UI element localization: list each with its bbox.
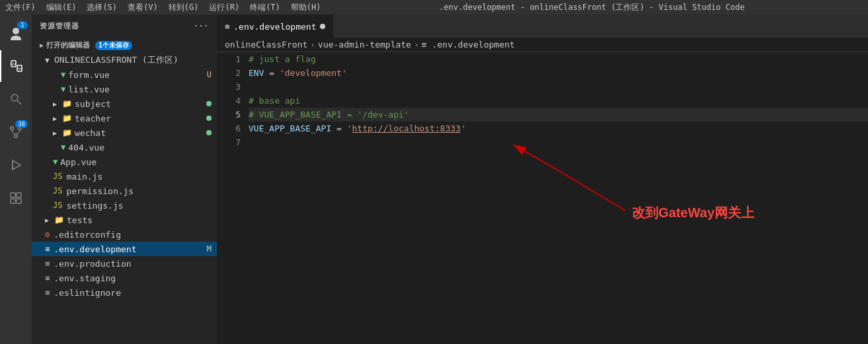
tree-item-eslintignore[interactable]: ≡ .eslintignore	[32, 285, 217, 300]
tree-item-subject[interactable]: ▶ 📁 subject	[32, 96, 217, 111]
code-content[interactable]: # just a flag ENV = 'development' # base…	[249, 52, 868, 344]
folder-icon: 📁	[54, 215, 64, 224]
breadcrumb: onlineClassFront › vue-admin-template › …	[217, 38, 868, 52]
file-label: .env.staging	[54, 273, 116, 283]
git-dot	[206, 130, 212, 135]
tree-item-permission-js[interactable]: JS permission.js	[32, 184, 217, 198]
line2-eq: =	[264, 66, 279, 80]
file-label: .eslintignore	[54, 288, 121, 298]
file-label: .editorconfig	[54, 230, 121, 240]
activity-bar: 1 38	[0, 15, 32, 344]
svg-point-0	[13, 28, 19, 34]
titlebar: 文件(F) 编辑(E) 选择(S) 查看(V) 转到(G) 运行(R) 终端(T…	[0, 0, 868, 15]
line-num-4: 4	[235, 94, 241, 108]
code-editor[interactable]: 1 2 3 4 5 6 7 # just a flag ENV = 'devel…	[217, 52, 868, 344]
tree-item-list-vue[interactable]: ▼ list.vue	[32, 82, 217, 96]
line6-key: VUE_APP_BASE_API	[249, 121, 331, 135]
activity-explorer[interactable]	[0, 50, 32, 82]
file-label: form.vue	[68, 70, 110, 80]
tree-item-env-staging[interactable]: ≡ .env.staging	[32, 271, 217, 285]
env-icon: ≡	[45, 244, 50, 254]
open-editors-label[interactable]: ▶ 打开的编辑器 1个未保存	[32, 38, 217, 53]
js-icon: JS	[53, 201, 62, 210]
source-control-badge: 38	[15, 120, 28, 128]
folder-arrow: ▶	[53, 129, 59, 137]
activity-run[interactable]	[0, 149, 32, 181]
menu-file[interactable]: 文件(F)	[5, 2, 36, 13]
line-num-2: 2	[235, 66, 241, 80]
folder-icon: 📁	[62, 99, 72, 108]
svg-marker-9	[13, 160, 20, 170]
activity-avatar[interactable]: 1	[0, 17, 32, 49]
vue-icon: ▼	[61, 143, 65, 152]
tree-item-app-vue[interactable]: ▼ App.vue	[32, 155, 217, 169]
tree-item-tests[interactable]: ▶ 📁 tests	[32, 213, 217, 227]
tree-item-main-js[interactable]: JS main.js	[32, 169, 217, 184]
code-line-3	[249, 80, 868, 94]
tree-item-env-production[interactable]: ≡ .env.production	[32, 256, 217, 271]
folder-label: wechat	[75, 128, 106, 138]
sidebar-header: 资源管理器 ···	[32, 15, 217, 38]
sidebar-more-icon[interactable]: ···	[194, 22, 209, 30]
code-line-5: # VUE_APP_BASE_API = '/dev-api'	[249, 108, 868, 121]
breadcrumb-part-2[interactable]: vue-admin-template	[318, 40, 411, 50]
breadcrumb-part-3[interactable]: ≡ .env.development	[422, 40, 515, 50]
menu-bar[interactable]: 文件(F) 编辑(E) 选择(S) 查看(V) 转到(G) 运行(R) 终端(T…	[5, 2, 321, 13]
line2-val: 'development'	[280, 66, 347, 80]
code-line-7	[249, 135, 868, 149]
annotation-text: 改到GateWay网关上	[632, 204, 754, 222]
folder-arrow: ▶	[45, 217, 52, 224]
activity-extensions[interactable]	[0, 182, 32, 214]
menu-edit[interactable]: 编辑(E)	[46, 2, 77, 13]
menu-terminal[interactable]: 终端(T)	[250, 2, 280, 13]
menu-view[interactable]: 查看(V)	[128, 2, 158, 13]
menu-select[interactable]: 选择(S)	[87, 2, 117, 13]
folder-label: subject	[75, 99, 111, 109]
menu-run[interactable]: 运行(R)	[209, 2, 239, 13]
url-underline: http://localhost:8333	[352, 123, 461, 133]
file-label: permission.js	[66, 186, 134, 196]
tree-item-env-development[interactable]: ≡ .env.development M	[32, 242, 217, 256]
file-label: 404.vue	[68, 143, 104, 153]
tree-item-wechat[interactable]: ▶ 📁 wechat	[32, 125, 217, 140]
editor-area: ≡ .env.development onlineClassFront › vu…	[217, 15, 868, 344]
menu-goto[interactable]: 转到(G)	[169, 2, 199, 13]
file-tree: ▼ form.vue U ▼ list.vue ▶ 📁 subject ▶ 📁 …	[32, 67, 217, 344]
code-line-2: ENV = 'development'	[249, 66, 868, 80]
workspace-root[interactable]: ▼ ONLINECLASSFRONT (工作区)	[32, 53, 217, 67]
env-icon: ≡	[45, 259, 50, 268]
breadcrumb-sep-2: ›	[414, 40, 419, 50]
tree-item-form-vue[interactable]: ▼ form.vue U	[32, 67, 217, 82]
modified-u-badge: U	[207, 70, 212, 79]
line-num-3: 3	[235, 80, 241, 94]
git-dot	[206, 101, 212, 106]
tree-item-404-vue[interactable]: ▼ 404.vue	[32, 140, 217, 155]
tab-bar: ≡ .env.development	[217, 15, 868, 38]
tab-unsaved-dot	[320, 24, 325, 29]
code-line-4: # base api	[249, 94, 868, 108]
menu-help[interactable]: 帮助(H)	[291, 2, 321, 13]
tab-env-development[interactable]: ≡ .env.development	[217, 15, 333, 38]
vue-icon: ▼	[61, 70, 65, 79]
git-dot	[206, 116, 212, 121]
file-label: list.vue	[68, 85, 110, 94]
tree-item-teacher[interactable]: ▶ 📁 teacher	[32, 111, 217, 125]
activity-source-control[interactable]: 38	[0, 116, 32, 148]
breadcrumb-part-1[interactable]: onlineClassFront	[225, 40, 307, 50]
line-num-5: 5	[235, 108, 241, 121]
main-layout: 1 38	[0, 15, 868, 344]
folder-label: teacher	[75, 114, 111, 123]
tree-item-editorconfig[interactable]: ⚙ .editorconfig	[32, 227, 217, 242]
config-icon: ⚙	[45, 230, 50, 239]
workspace-label: ONLINECLASSFRONT (工作区)	[54, 54, 178, 66]
line-num-1: 1	[235, 52, 241, 66]
line6-val: 'http://localhost:8333'	[347, 121, 466, 135]
file-label: .env.production	[54, 259, 131, 269]
open-editors-text: 打开的编辑器	[46, 40, 90, 50]
tree-item-settings-js[interactable]: JS settings.js	[32, 198, 217, 213]
folder-icon: 📁	[62, 128, 72, 137]
sidebar: 资源管理器 ··· ▶ 打开的编辑器 1个未保存 ▼ ONLINECLASSFR…	[32, 15, 217, 344]
sidebar-title: 资源管理器	[40, 21, 79, 31]
activity-search[interactable]	[0, 83, 32, 115]
line-numbers: 1 2 3 4 5 6 7	[217, 52, 249, 344]
